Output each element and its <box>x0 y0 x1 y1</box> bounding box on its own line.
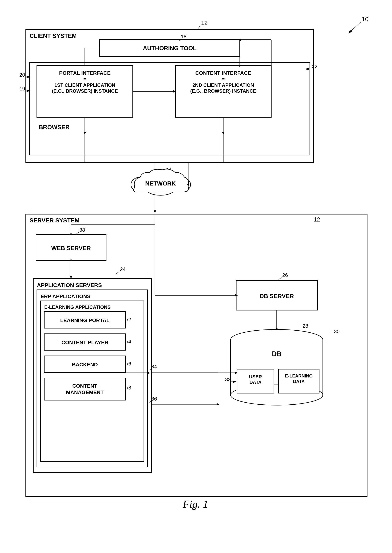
ref-8: /8 <box>127 385 131 390</box>
svg-marker-64 <box>217 403 219 405</box>
elearning-data-label-1: E-LEARNING <box>285 373 313 378</box>
ref-19: 19 <box>19 86 25 92</box>
svg-marker-15 <box>222 132 224 135</box>
backend-label: BACKEND <box>72 362 98 368</box>
svg-marker-17 <box>173 90 176 92</box>
authoring-tool-label: AUTHORING TOOL <box>143 45 197 51</box>
svg-marker-49 <box>70 276 72 279</box>
ref-10: 10 <box>362 15 369 22</box>
ref-2: /2 <box>127 317 131 322</box>
portal-interface-label: PORTAL INTERFACE <box>59 70 111 76</box>
elearning-apps-label: E-LEARNING APPLICATIONS <box>44 304 111 310</box>
ref-36: 36 <box>151 396 157 402</box>
ref-18: 18 <box>181 34 187 40</box>
svg-line-2 <box>197 26 200 29</box>
db-server-label: DB SERVER <box>259 293 294 299</box>
elearning-apps-box <box>41 301 144 461</box>
svg-line-1 <box>349 31 350 33</box>
content-2nd-client: 2ND CLIENT APPLICATION <box>192 82 254 88</box>
app-servers-label: APPLICATION SERVERS <box>37 282 102 288</box>
learning-portal-label: LEARNING PORTAL <box>60 318 109 323</box>
svg-marker-59 <box>147 372 149 374</box>
diagram-container: 10 12 CLIENT SYSTEM AUTHORING TOOL 18 19… <box>15 11 376 519</box>
content-interface-label: CONTENT INTERFACE <box>195 70 251 76</box>
portal-1st-client: 1ST CLIENT APPLICATION <box>54 82 115 88</box>
web-server-label: WEB SERVER <box>51 245 91 251</box>
ref-38: 38 <box>79 227 85 233</box>
erp-applications-label: ERP APPLICATIONS <box>41 293 90 299</box>
svg-marker-50 <box>70 258 72 261</box>
content-mgmt-box <box>44 378 126 400</box>
svg-marker-22 <box>239 65 241 67</box>
ref-34: 34 <box>151 364 157 369</box>
ref-6: /6 <box>127 361 131 367</box>
content-mgmt-label-2: MANAGEMENT <box>66 390 104 395</box>
svg-marker-68 <box>235 294 238 297</box>
ref-24: 24 <box>120 266 126 272</box>
svg-marker-43 <box>154 210 156 213</box>
svg-marker-27 <box>238 39 241 41</box>
portal-equals: = <box>83 76 86 82</box>
user-data-label-1: USER <box>249 374 262 379</box>
ref-12-bottom: 12 <box>314 216 320 223</box>
user-data-label-2: DATA <box>249 380 262 385</box>
ref-4: /4 <box>127 339 131 344</box>
ref-12-top: 12 <box>201 20 208 26</box>
portal-browser: (E.G., BROWSER) INSTANCE <box>52 88 118 94</box>
ref-20: 20 <box>19 72 25 78</box>
svg-marker-13 <box>84 132 86 135</box>
ref-30: 30 <box>334 329 340 334</box>
content-equals: = <box>222 76 225 82</box>
erp-applications-box <box>37 290 147 467</box>
ref-32: 32 <box>225 376 231 382</box>
db-label: DB <box>272 350 281 358</box>
elearning-data-label-2: DATA <box>293 379 305 384</box>
client-system-label: CLIENT SYSTEM <box>29 33 77 39</box>
figure-caption: Fig. 1 <box>183 498 209 510</box>
ref-22: 22 <box>312 64 317 69</box>
svg-line-65 <box>279 278 281 279</box>
browser-outer-box <box>29 63 310 155</box>
content-browser: (E.G., BROWSER) INSTANCE <box>190 88 256 94</box>
ref-28: 28 <box>302 323 308 329</box>
ref-26: 26 <box>282 272 288 278</box>
browser-label: BROWSER <box>39 124 70 130</box>
svg-line-0 <box>350 22 361 31</box>
network-label: NETWORK <box>145 180 176 187</box>
server-system-label: SERVER SYSTEM <box>29 217 79 224</box>
content-player-label: CONTENT PLAYER <box>61 340 108 345</box>
svg-line-56 <box>116 272 119 274</box>
content-mgmt-label-1: CONTENT <box>72 383 97 389</box>
svg-marker-55 <box>70 234 72 236</box>
